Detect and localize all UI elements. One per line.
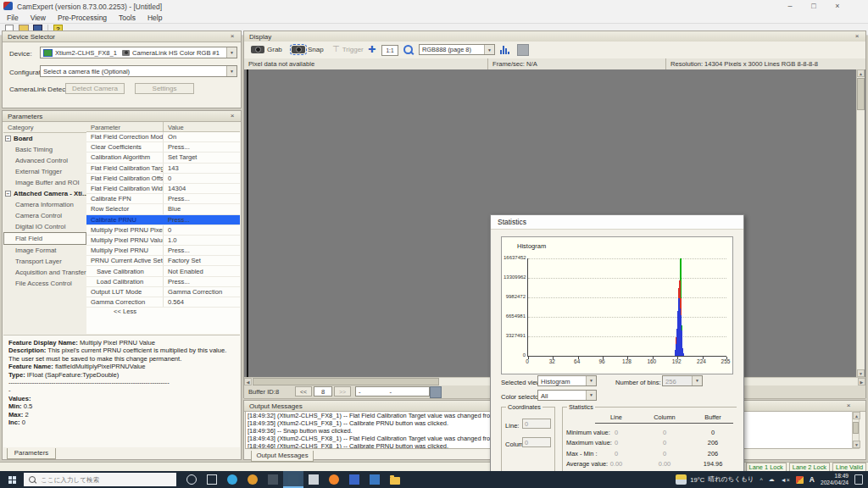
parameter-row[interactable]: Flat Field Correction Mode On: [86, 132, 240, 142]
number-of-bins-dropdown[interactable]: 256 ▼: [662, 375, 703, 386]
menu-item[interactable]: View: [31, 14, 46, 22]
category-item[interactable]: − Advanced Control: [3, 155, 86, 166]
menu-item[interactable]: Tools: [119, 14, 136, 22]
parameter-row[interactable]: Gamma Correction 0.564: [86, 297, 240, 308]
category-item[interactable]: − Basic Timing: [3, 144, 86, 155]
parameter-row[interactable]: Calibration Algorithm Set Target: [86, 152, 240, 163]
settings-button[interactable]: Settings: [135, 83, 194, 94]
grab-button[interactable]: Grab: [251, 46, 282, 53]
cortana-taskbar-button[interactable]: [181, 471, 202, 488]
scroll-up-icon[interactable]: ▲: [853, 412, 860, 419]
category-item[interactable]: − Attached Camera - Xti...: [3, 188, 86, 199]
parameter-row[interactable]: PRNU Current Active Set Factory Set: [86, 256, 240, 266]
vertical-scrollbar[interactable]: ▲ ▼: [856, 69, 865, 377]
weather-widget[interactable]: 19°C 晴れのちくもり: [676, 474, 754, 485]
category-item[interactable]: − Transport Layer: [3, 256, 86, 267]
category-item[interactable]: − Image Format: [3, 245, 86, 256]
chevron-down-icon[interactable]: ▼: [226, 47, 236, 58]
histogram-button[interactable]: [500, 45, 509, 54]
parameters-close-icon[interactable]: ×: [228, 112, 236, 120]
category-item[interactable]: − Camera Information: [3, 199, 86, 210]
onedrive-icon[interactable]: ☁: [769, 476, 775, 483]
scroll-right-icon[interactable]: ▶: [858, 378, 865, 385]
next-buffer-button[interactable]: >>: [334, 386, 351, 396]
security-shield-icon[interactable]: [796, 476, 804, 484]
category-item[interactable]: − Digital IO Control: [3, 221, 86, 232]
snap-button[interactable]: Snap: [292, 46, 324, 53]
buffer-index-input[interactable]: 8: [314, 386, 332, 396]
taskbar-search[interactable]: [24, 473, 176, 486]
firefox-browser-taskbar-button[interactable]: [324, 471, 344, 488]
scroll-down-icon[interactable]: ▼: [857, 369, 865, 377]
parameter-row[interactable]: Calibrate PRNU Press...: [86, 215, 240, 225]
output-messages-close-icon[interactable]: ×: [844, 402, 853, 410]
category-item[interactable]: − File Access Control: [3, 278, 86, 289]
scroll-down-icon[interactable]: ▼: [853, 441, 860, 448]
parameter-row[interactable]: Flat Field Calibration Offset X 0: [86, 174, 240, 184]
menu-item[interactable]: Pre-Processing: [58, 14, 107, 22]
scroll-up-icon[interactable]: ▲: [857, 69, 865, 77]
tab-parameters[interactable]: Parameters: [7, 448, 56, 459]
tree-collapse-icon[interactable]: −: [5, 191, 11, 197]
configuration-dropdown[interactable]: Select a camera file (Optional) ▼: [40, 65, 237, 77]
minimize-button[interactable]: –: [778, 0, 802, 13]
tab-output-messages[interactable]: Output Messages: [251, 451, 314, 462]
chevron-down-icon[interactable]: ▼: [586, 391, 596, 400]
selected-view-dropdown[interactable]: Histogram ▼: [537, 375, 597, 386]
zoom-button[interactable]: [403, 45, 413, 54]
parameter-row[interactable]: Clear Coefficients Press...: [86, 142, 240, 152]
buffer-slider[interactable]: --: [355, 386, 430, 396]
maximize-button[interactable]: □: [802, 0, 826, 13]
chevron-down-icon[interactable]: ▼: [226, 66, 236, 76]
one-to-one-button[interactable]: 1:1: [381, 45, 398, 56]
taskbar-clock[interactable]: 18:49 2024/04/24: [821, 473, 849, 486]
notification-center-icon[interactable]: [854, 474, 863, 485]
category-item[interactable]: − Acquisition and Transfer C...: [3, 267, 86, 278]
menu-item[interactable]: File: [7, 14, 19, 22]
chevron-down-icon[interactable]: ▼: [484, 45, 494, 54]
show-less-button[interactable]: << Less: [86, 308, 164, 317]
compass-app-taskbar-button[interactable]: [242, 471, 263, 488]
messages-scrollbar[interactable]: ▲ ▼: [852, 411, 860, 449]
parameter-row[interactable]: Flat Field Calibration Width 14304: [86, 184, 240, 194]
parameter-row[interactable]: Calibrate FPN Press...: [86, 194, 240, 204]
tree-collapse-icon[interactable]: −: [5, 136, 11, 141]
parameter-row[interactable]: Row Selector Blue: [86, 204, 240, 214]
scroll-left-icon[interactable]: ◀: [244, 378, 252, 385]
calculator-app-taskbar-button[interactable]: [364, 471, 385, 488]
line-input[interactable]: 0: [522, 419, 551, 429]
menu-item[interactable]: Help: [147, 14, 162, 22]
detect-camera-button[interactable]: Detect Camera: [65, 83, 125, 94]
parameter-row[interactable]: Multiply Pixel PRNU Value 1.0: [86, 236, 240, 246]
statistics-dialog-titlebar[interactable]: Statistics: [491, 215, 743, 230]
chevron-down-icon[interactable]: ▼: [586, 376, 596, 385]
category-item[interactable]: − Flat Field: [3, 232, 86, 245]
file-explorer-taskbar-button[interactable]: [385, 471, 405, 488]
pixel-format-dropdown[interactable]: RGB888 (page 8) ▼: [419, 44, 495, 55]
device-selector-close-icon[interactable]: ×: [228, 32, 236, 41]
edge-browser-taskbar-button[interactable]: [222, 471, 242, 488]
category-item[interactable]: − Board: [3, 133, 86, 144]
camexpert-taskbar-button[interactable]: [283, 471, 303, 488]
trigger-button[interactable]: ⊤ Trigger: [332, 45, 364, 53]
start-button[interactable]: [0, 471, 24, 488]
task-view-taskbar-button[interactable]: [202, 471, 222, 488]
vertical-scroll-thumb[interactable]: [857, 78, 865, 110]
chevron-up-icon[interactable]: ^: [760, 477, 763, 483]
utility-app-taskbar-button[interactable]: [263, 471, 283, 488]
display-close-icon[interactable]: ×: [853, 32, 861, 41]
parameter-row[interactable]: Output LUT Mode Gamma Correction: [86, 287, 240, 297]
previous-buffer-button[interactable]: <<: [295, 386, 312, 396]
notepad-app-taskbar-button[interactable]: [303, 471, 324, 488]
column-input[interactable]: 0: [522, 437, 551, 447]
category-item[interactable]: − Image Buffer and ROI: [3, 177, 86, 188]
parameter-row[interactable]: Multiply Pixel PRNU Pixel 0: [86, 225, 240, 236]
stop-button[interactable]: [517, 44, 529, 56]
ime-indicator[interactable]: A: [810, 475, 815, 484]
parameter-row[interactable]: Multiply Pixel PRNU Press...: [86, 246, 240, 256]
buffer-slider-thumb[interactable]: [430, 386, 442, 398]
category-item[interactable]: − Camera Control: [3, 210, 86, 221]
parameter-row[interactable]: Flat Field Calibration Target 143: [86, 164, 240, 174]
close-button[interactable]: ×: [826, 0, 849, 13]
search-input[interactable]: [39, 475, 170, 485]
